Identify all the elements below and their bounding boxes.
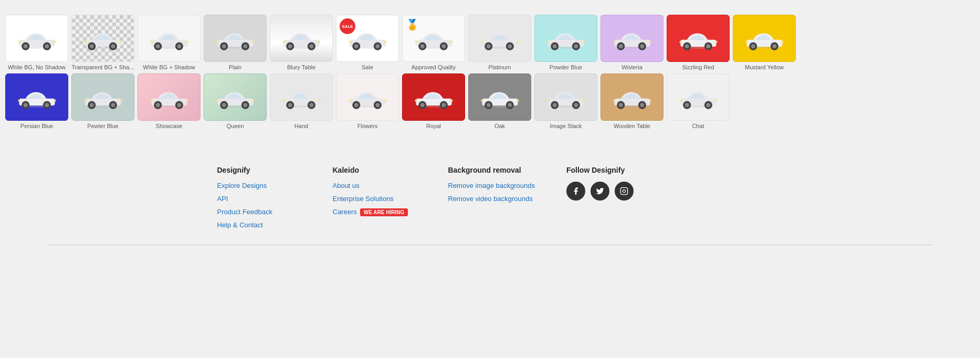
label-sizzling-red: Sizzling Red bbox=[682, 64, 714, 70]
svg-point-67 bbox=[553, 44, 557, 48]
svg-rect-39 bbox=[282, 40, 285, 43]
grid-item-chat[interactable]: Chat bbox=[667, 73, 730, 129]
grid-item-sizzling-red[interactable]: Sizzling Red bbox=[667, 15, 730, 70]
svg-point-107 bbox=[90, 103, 94, 107]
svg-rect-150 bbox=[450, 99, 452, 101]
grid-item-pewter-blue[interactable]: Pewter Blue bbox=[71, 73, 134, 129]
footer-link-0-3[interactable]: Help & Contact bbox=[217, 221, 301, 229]
grid-item-showcase[interactable]: Showcase bbox=[138, 73, 201, 129]
svg-rect-111 bbox=[84, 99, 87, 101]
thumb-approved-quality: 🏅 bbox=[402, 15, 465, 62]
label-persian-blue: Persian Blue bbox=[20, 123, 53, 129]
twitter-icon[interactable] bbox=[591, 182, 609, 201]
svg-point-51 bbox=[420, 44, 425, 48]
footer-divider bbox=[47, 245, 933, 245]
facebook-icon[interactable] bbox=[566, 182, 585, 201]
svg-rect-135 bbox=[282, 99, 285, 101]
svg-rect-6 bbox=[53, 40, 56, 43]
footer-link-1-0[interactable]: About us bbox=[333, 182, 417, 189]
svg-rect-22 bbox=[185, 40, 188, 43]
grid-item-image-stack[interactable]: Image Stack bbox=[534, 73, 597, 129]
footer-link-0-2[interactable]: Product Feedback bbox=[217, 208, 301, 216]
thumb-queen bbox=[204, 73, 267, 121]
grid-item-hand[interactable]: Hand bbox=[270, 73, 333, 129]
label-queen: Queen bbox=[226, 123, 244, 129]
thumb-wisteria bbox=[600, 15, 663, 62]
svg-point-91 bbox=[751, 44, 755, 48]
thumb-royal bbox=[402, 73, 465, 121]
grid-item-flowers[interactable]: Flowers bbox=[336, 73, 399, 129]
footer-col-title-0: Designify bbox=[217, 166, 301, 174]
svg-point-163 bbox=[553, 103, 557, 107]
label-wooden-table: Wooden Table bbox=[614, 123, 650, 129]
svg-point-149 bbox=[441, 103, 446, 107]
svg-rect-174 bbox=[648, 99, 651, 101]
grid-row-1: White BG, No Shadow Transparent BG + Sha… bbox=[5, 15, 975, 70]
svg-rect-167 bbox=[547, 99, 550, 101]
footer-link-2-0[interactable]: Remove image backgrounds bbox=[448, 182, 535, 189]
svg-point-11 bbox=[90, 44, 94, 48]
grid-item-blury-table[interactable]: Blury Table bbox=[270, 15, 333, 70]
svg-point-75 bbox=[619, 44, 623, 48]
hiring-badge: WE ARE HIRING bbox=[360, 208, 408, 216]
svg-point-5 bbox=[45, 44, 49, 48]
instagram-icon[interactable] bbox=[615, 182, 634, 201]
thumb-pewter-blue bbox=[71, 73, 134, 121]
thumb-persian-blue bbox=[5, 73, 68, 121]
svg-rect-158 bbox=[516, 99, 519, 101]
footer-link-2-1[interactable]: Remove video backgrounds bbox=[448, 195, 535, 203]
svg-rect-86 bbox=[714, 40, 717, 43]
svg-point-181 bbox=[706, 103, 710, 107]
footer-col-1: KaleidoAbout usEnterprise SolutionsCaree… bbox=[333, 166, 417, 234]
footer-col-0: DesignifyExplore DesignsAPIProduct Feedb… bbox=[217, 166, 301, 234]
footer-link-0-1[interactable]: API bbox=[217, 195, 301, 203]
svg-rect-102 bbox=[53, 99, 56, 101]
svg-rect-103 bbox=[18, 99, 20, 101]
svg-rect-54 bbox=[450, 40, 452, 43]
label-wisteria: Wisteria bbox=[621, 64, 642, 70]
grid-item-mustard-yellow[interactable]: Mustard Yellow bbox=[733, 15, 796, 70]
label-royal: Royal bbox=[426, 123, 441, 129]
grid-item-white-bg-shadow[interactable]: White BG + Shadow bbox=[138, 15, 201, 70]
grid-item-persian-blue[interactable]: Persian Blue bbox=[5, 73, 68, 129]
grid-item-royal[interactable]: Royal bbox=[402, 73, 465, 129]
svg-point-141 bbox=[375, 103, 380, 107]
grid-item-queen[interactable]: Queen bbox=[204, 73, 267, 129]
grid-item-white-bg-no-shadow[interactable]: White BG, No Shadow bbox=[5, 15, 68, 70]
grid-item-wisteria[interactable]: Wisteria bbox=[600, 15, 663, 70]
grid-item-oak[interactable]: Oak bbox=[468, 73, 531, 129]
svg-rect-14 bbox=[119, 40, 122, 43]
label-oak: Oak bbox=[494, 123, 505, 129]
footer-col-3: Follow Designify bbox=[566, 166, 650, 234]
svg-rect-87 bbox=[679, 40, 682, 43]
footer-link-1-1[interactable]: Enterprise Solutions bbox=[333, 195, 417, 203]
svg-point-155 bbox=[487, 103, 491, 107]
grid-item-approved-quality[interactable]: 🏅Approved Quality bbox=[402, 15, 465, 70]
svg-rect-23 bbox=[150, 40, 153, 43]
svg-point-37 bbox=[309, 44, 313, 48]
thumb-platinum bbox=[468, 15, 531, 62]
grid-item-powder-blue[interactable]: Powder Blue bbox=[534, 15, 597, 70]
grid-item-platinum[interactable]: Platinum bbox=[468, 15, 531, 70]
svg-point-173 bbox=[640, 103, 644, 107]
grid-item-plain[interactable]: Plain bbox=[204, 15, 267, 70]
sale-badge: SALE bbox=[340, 18, 355, 34]
svg-rect-71 bbox=[547, 40, 550, 43]
thumb-oak bbox=[468, 73, 531, 121]
svg-rect-175 bbox=[613, 99, 616, 101]
svg-point-93 bbox=[772, 44, 776, 48]
thumb-sizzling-red bbox=[667, 15, 730, 62]
svg-point-35 bbox=[288, 44, 292, 48]
grid-item-wooden-table[interactable]: Wooden Table bbox=[600, 73, 663, 129]
svg-rect-182 bbox=[714, 99, 717, 101]
svg-rect-183 bbox=[679, 99, 682, 101]
footer-link-0-0[interactable]: Explore Designs bbox=[217, 182, 301, 189]
footer-link-1-2[interactable]: CareersWE ARE HIRING bbox=[333, 208, 417, 216]
grid-item-transparent-bg-shadow[interactable]: Transparent BG + Sha... bbox=[71, 15, 134, 70]
label-pewter-blue: Pewter Blue bbox=[87, 123, 118, 129]
svg-point-117 bbox=[177, 103, 181, 107]
grid-item-sale[interactable]: SALESale bbox=[336, 15, 399, 70]
svg-point-147 bbox=[420, 103, 425, 107]
thumb-white-bg-no-shadow bbox=[5, 15, 68, 62]
svg-rect-159 bbox=[481, 99, 483, 101]
